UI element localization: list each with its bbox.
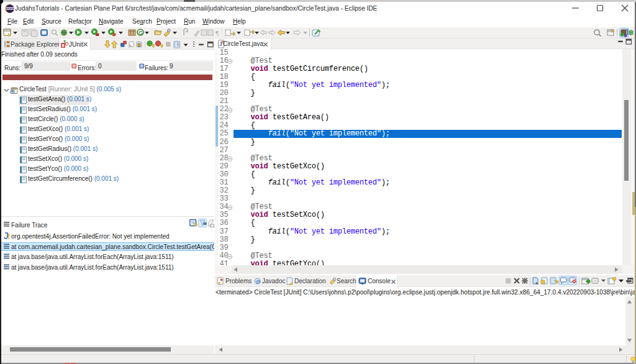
svg-text:G: G bbox=[139, 30, 143, 36]
svg-text:¶: ¶ bbox=[216, 29, 219, 37]
svg-text:J: J bbox=[219, 41, 222, 47]
svg-text:@: @ bbox=[256, 279, 261, 284]
